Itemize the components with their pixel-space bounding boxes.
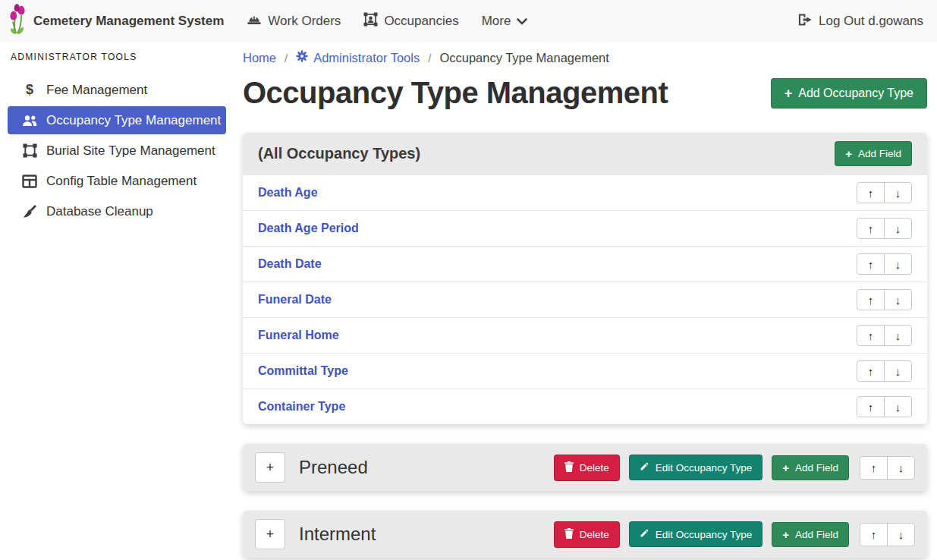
users-icon <box>20 115 39 127</box>
edit-occupancy-type-button[interactable]: Edit Occupancy Type <box>629 521 762 547</box>
breadcrumb-admin-tools-link[interactable]: Administrator Tools <box>296 50 420 65</box>
field-row: Funeral Date ↑ ↓ <box>243 282 927 317</box>
nav-occupancies[interactable]: Occupancies <box>363 12 458 30</box>
pencil-icon <box>640 461 649 473</box>
nav-work-orders-label: Work Orders <box>268 14 341 29</box>
move-up-button[interactable]: ↑ <box>860 523 888 546</box>
sidebar-item-label: Fee Management <box>46 83 147 98</box>
tulip-logo-icon <box>8 4 27 39</box>
add-field-label: Add Field <box>795 529 838 540</box>
top-navbar: Cemetery Management System Work Orders O… <box>0 0 937 42</box>
edit-occupancy-type-label: Edit Occupancy Type <box>656 529 752 540</box>
sidebar-item-burial-site-type-management[interactable]: Burial Site Type Management <box>8 137 226 165</box>
pencil-icon <box>640 528 649 540</box>
field-row: Container Type ↑ ↓ <box>243 389 927 424</box>
move-down-button[interactable]: ↓ <box>884 289 912 310</box>
nav-occupancies-label: Occupancies <box>384 14 458 29</box>
edit-occupancy-type-label: Edit Occupancy Type <box>656 462 752 473</box>
move-down-button[interactable]: ↓ <box>884 360 912 382</box>
reorder-controls: ↑ ↓ <box>857 218 912 239</box>
reorder-controls: ↑ ↓ <box>857 360 912 382</box>
field-row: Funeral Home ↑ ↓ <box>243 317 927 353</box>
reorder-controls: ↑ ↓ <box>860 523 915 546</box>
field-link-death-date[interactable]: Death Date <box>258 253 322 275</box>
occupancy-type-section-preneed: + Preneed Delete <box>243 444 927 491</box>
plus-icon: + <box>845 148 852 159</box>
delete-button[interactable]: Delete <box>554 521 620 548</box>
move-down-button[interactable]: ↓ <box>884 253 912 275</box>
move-up-button[interactable]: ↑ <box>857 289 885 310</box>
field-row: Death Date ↑ ↓ <box>243 246 927 282</box>
breadcrumb-current: Occupancy Type Management <box>439 51 609 65</box>
sidebar-heading: ADMINISTRATOR TOOLS <box>0 52 235 62</box>
add-field-button[interactable]: + Add Field <box>835 141 912 166</box>
move-down-button[interactable]: ↓ <box>887 523 915 546</box>
field-link-funeral-home[interactable]: Funeral Home <box>258 325 339 346</box>
sidebar-item-fee-management[interactable]: $ Fee Management <box>8 76 226 104</box>
dollar-icon: $ <box>20 82 39 98</box>
move-down-button[interactable]: ↓ <box>884 182 912 203</box>
logout-button[interactable]: Log Out d.gowans <box>797 14 923 30</box>
reorder-controls: ↑ ↓ <box>857 253 912 275</box>
field-row: Death Age ↑ ↓ <box>243 175 927 210</box>
breadcrumb-admin-tools-label: Administrator Tools <box>313 51 420 65</box>
field-link-death-age[interactable]: Death Age <box>258 182 318 203</box>
nav-more[interactable]: More <box>482 14 528 29</box>
add-field-button[interactable]: + Add Field <box>772 455 849 480</box>
sidebar-item-label: Config Table Management <box>46 174 197 189</box>
field-link-committal-type[interactable]: Committal Type <box>258 360 348 382</box>
nav-work-orders[interactable]: Work Orders <box>247 13 341 30</box>
brand[interactable]: Cemetery Management System <box>8 4 224 39</box>
trash-icon <box>564 461 574 474</box>
move-up-button[interactable]: ↑ <box>857 396 885 417</box>
sidebar-item-config-table-management[interactable]: Config Table Management <box>8 167 226 195</box>
delete-label: Delete <box>580 462 609 473</box>
sign-out-icon <box>797 14 812 30</box>
broom-icon <box>20 204 39 219</box>
card-title: (All Occupancy Types) <box>258 145 420 162</box>
add-occupancy-type-button[interactable]: + Add Occupancy Type <box>771 78 927 109</box>
breadcrumb-home-link[interactable]: Home <box>243 51 276 65</box>
move-up-button[interactable]: ↑ <box>857 253 885 275</box>
gear-icon <box>296 50 308 65</box>
add-field-button[interactable]: + Add Field <box>772 522 849 547</box>
expand-button[interactable]: + <box>255 452 285 483</box>
sidebar-item-label: Database Cleanup <box>46 204 153 219</box>
section-title: Preneed <box>299 457 368 478</box>
edit-occupancy-type-button[interactable]: Edit Occupancy Type <box>629 455 762 480</box>
reorder-controls: ↑ ↓ <box>857 396 912 417</box>
move-down-button[interactable]: ↓ <box>884 218 912 239</box>
hard-hat-icon <box>247 13 262 30</box>
move-up-button[interactable]: ↑ <box>857 360 885 382</box>
move-up-button[interactable]: ↑ <box>857 182 885 203</box>
move-down-button[interactable]: ↓ <box>887 456 915 480</box>
add-occupancy-type-label: Add Occupancy Type <box>798 87 913 100</box>
page-title: Occupancy Type Management <box>243 76 668 110</box>
field-link-container-type[interactable]: Container Type <box>258 396 345 417</box>
move-down-button[interactable]: ↓ <box>884 325 912 346</box>
table-icon <box>20 175 39 188</box>
delete-button[interactable]: Delete <box>554 455 620 481</box>
move-up-button[interactable]: ↑ <box>857 325 885 346</box>
breadcrumb-separator: / <box>285 52 288 64</box>
main-content: Home / Administrator Tools <box>235 42 937 558</box>
occupancy-frame-icon <box>363 12 378 30</box>
add-field-label: Add Field <box>795 462 838 473</box>
occupancy-type-section-interment: + Interment Delete <box>243 511 927 558</box>
move-up-button[interactable]: ↑ <box>857 218 885 239</box>
sidebar-item-database-cleanup[interactable]: Database Cleanup <box>8 197 226 225</box>
field-link-death-age-period[interactable]: Death Age Period <box>258 218 359 239</box>
move-up-button[interactable]: ↑ <box>860 456 888 480</box>
sidebar-item-label: Burial Site Type Management <box>46 143 215 159</box>
breadcrumb-separator: / <box>428 52 431 64</box>
move-down-button[interactable]: ↓ <box>884 396 912 417</box>
sidebar: ADMINISTRATOR TOOLS $ Fee Management Occ… <box>0 42 235 228</box>
reorder-controls: ↑ ↓ <box>857 182 912 203</box>
reorder-controls: ↑ ↓ <box>860 456 915 480</box>
sidebar-item-occupancy-type-management[interactable]: Occupancy Type Management <box>8 106 226 134</box>
field-link-funeral-date[interactable]: Funeral Date <box>258 289 332 310</box>
field-row: Death Age Period ↑ ↓ <box>243 210 927 246</box>
delete-label: Delete <box>580 529 609 540</box>
app-title: Cemetery Management System <box>33 14 224 29</box>
expand-button[interactable]: + <box>255 519 285 549</box>
